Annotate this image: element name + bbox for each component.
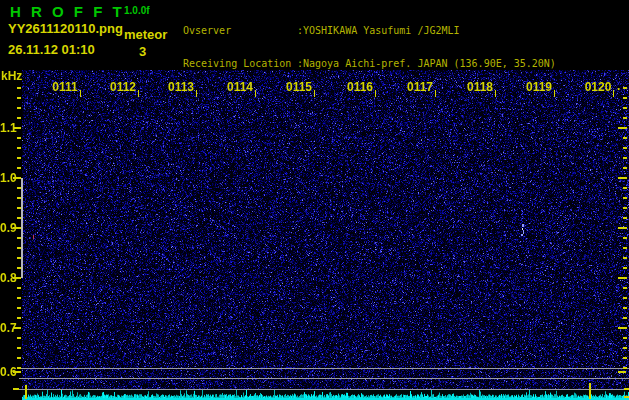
minute-tick <box>255 90 256 97</box>
minute-tick <box>138 90 139 97</box>
time-tick-label: 0115 <box>281 80 317 94</box>
strip-left-tick <box>13 388 19 390</box>
freq-tick-label: 0.8 <box>0 271 13 285</box>
freq-major-tick <box>618 127 626 129</box>
station-label: Ovserver <box>183 25 297 36</box>
spectrogram-noise-canvas <box>22 70 629 389</box>
time-tick-label: 0120 <box>580 80 616 94</box>
minute-tick <box>554 90 555 97</box>
time-tick-label: 0111 <box>47 80 83 94</box>
carrier-line <box>19 389 629 390</box>
minute-tick <box>375 90 376 97</box>
time-axis-trailing-mark: . <box>617 79 620 93</box>
strip-right-tick <box>624 396 629 398</box>
echo-count: 3 <box>139 44 146 59</box>
freq-major-tick <box>13 127 21 129</box>
freq-tick-label: 0.6 <box>0 365 13 379</box>
freq-tick-label: 1.1 <box>0 121 13 135</box>
minute-tick <box>495 90 496 97</box>
time-tick-label: 0117 <box>402 80 438 94</box>
time-tick-label: 0112 <box>105 80 141 94</box>
mode-label: meteor <box>124 27 167 42</box>
freq-major-tick <box>13 371 21 373</box>
strip-minute-marker <box>589 383 591 399</box>
output-filename: YY2611120110.png <box>8 21 123 36</box>
freq-major-tick <box>618 327 626 329</box>
hrofft-screen: H R O F F T 1.0.0f YY2611120110.png mete… <box>0 0 629 400</box>
freq-tick-label: 0.9 <box>0 221 13 235</box>
strip-minute-marker <box>25 385 27 399</box>
time-tick-label: 0118 <box>462 80 498 94</box>
station-row-observer: Ovserver:YOSHIKAWA Yasufumi /JG2MLI <box>183 25 556 36</box>
minute-tick <box>613 90 614 97</box>
strip-right-tick <box>624 388 629 390</box>
minute-tick <box>80 90 81 97</box>
station-label: Receiving Location <box>183 58 297 69</box>
freq-major-tick <box>13 177 21 179</box>
freq-major-tick <box>618 371 626 373</box>
app-title: H R O F F T <box>10 3 125 20</box>
time-tick-label: 0119 <box>521 80 557 94</box>
time-tick-label: 0114 <box>222 80 258 94</box>
freq-major-tick <box>618 177 626 179</box>
minute-tick <box>435 90 436 97</box>
frame-datetime: 26.11.12 01:10 <box>8 42 95 57</box>
freq-major-tick <box>618 277 626 279</box>
freq-tick-label: 0.7 <box>0 321 13 335</box>
freq-tick-label: 1.0 <box>0 171 13 185</box>
station-value: :YOSHIKAWA Yasufumi /JG2MLI <box>297 25 460 36</box>
time-tick-label: 0116 <box>342 80 378 94</box>
station-value: :Nagoya Aichi-pref. JAPAN (136.90E, 35.2… <box>297 58 556 69</box>
freq-major-tick <box>13 277 21 279</box>
app-version: 1.0.0f <box>124 5 150 16</box>
minute-tick <box>196 90 197 97</box>
signal-strip-canvas <box>22 389 629 400</box>
minute-tick <box>314 90 315 97</box>
station-row-location: Receiving Location:Nagoya Aichi-pref. JA… <box>183 58 556 69</box>
time-tick-label: 0113 <box>163 80 199 94</box>
freq-major-tick <box>13 227 21 229</box>
calibration-bar <box>21 178 23 278</box>
carrier-line <box>19 378 629 379</box>
freq-major-tick <box>618 227 626 229</box>
freq-major-tick <box>13 327 21 329</box>
freq-minor-ticks-left <box>17 87 21 373</box>
freq-axis-unit: kHz <box>1 69 22 83</box>
freq-minor-ticks-right <box>623 87 627 373</box>
carrier-line <box>19 368 629 369</box>
